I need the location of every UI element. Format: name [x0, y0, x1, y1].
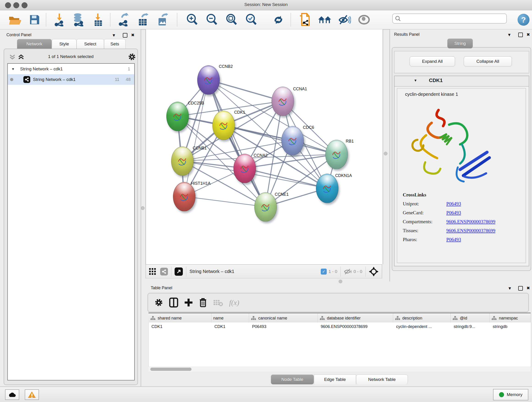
- network-node-cdk1[interactable]: [212, 111, 235, 140]
- cloud-button[interactable]: [5, 389, 19, 400]
- table-header-row[interactable]: shared namename canonical name database …: [148, 313, 531, 323]
- tab-edge-table[interactable]: Edge Table: [314, 375, 356, 384]
- network-node-hist1h1a[interactable]: [173, 182, 196, 211]
- network-node-rb1[interactable]: [325, 140, 348, 169]
- birdseye-crosshair-icon[interactable]: [369, 267, 379, 276]
- entry-header[interactable]: ▼ CDK1: [394, 76, 529, 87]
- selected-nodes-checkbox[interactable]: ✓: [321, 269, 327, 274]
- crosslink-link[interactable]: P06493: [446, 237, 461, 242]
- table-cell[interactable]: stringdb:9...: [451, 324, 490, 329]
- panel-maximize-icon[interactable]: [518, 286, 523, 291]
- panel-close-icon[interactable]: ✖: [526, 286, 530, 291]
- table-cell[interactable]: stringdb: [490, 324, 531, 329]
- delete-table-icon[interactable]: [213, 299, 223, 306]
- tab-string[interactable]: String: [447, 38, 473, 48]
- expand-all-button[interactable]: Expand All: [410, 56, 455, 66]
- network-node-cdc25b[interactable]: [166, 102, 189, 131]
- node-label-cdc25b: CDC25B: [188, 101, 204, 106]
- search-input[interactable]: [392, 13, 507, 24]
- home-pages-icon[interactable]: [317, 12, 332, 27]
- column-header[interactable]: namespac: [490, 313, 531, 323]
- zoom-out-icon[interactable]: [204, 12, 220, 27]
- vertical-splitter-handle[interactable]: [384, 152, 387, 155]
- panel-float-icon[interactable]: ▼: [112, 33, 116, 38]
- hidden-eye-slash-icon: [344, 268, 352, 275]
- import-network-icon[interactable]: [52, 12, 67, 27]
- network-view-type-icon[interactable]: [160, 268, 168, 275]
- column-header[interactable]: database identifier: [318, 313, 393, 323]
- memory-button[interactable]: Memory: [493, 389, 528, 400]
- tab-sets[interactable]: Sets: [104, 39, 126, 49]
- network-node-cdkn1a[interactable]: [316, 174, 338, 203]
- network-node-ccnb2[interactable]: [197, 65, 220, 95]
- network-canvas[interactable]: CCNB2 CCNA1 CDC25B CDK1: [146, 29, 383, 264]
- tab-network-table[interactable]: Network Table: [356, 375, 408, 384]
- zoom-in-icon[interactable]: [185, 12, 200, 27]
- table-body[interactable]: CDK1CDK1P064939606.ENSP00000378699cyclin…: [148, 322, 531, 367]
- network-tree: ▼ String Network – cdk1 1 String Network…: [7, 63, 135, 380]
- tab-node-table[interactable]: Node Table: [271, 375, 314, 384]
- column-header[interactable]: description: [393, 313, 451, 323]
- column-manage-icon[interactable]: [169, 298, 178, 307]
- network-tree-item-row[interactable]: String Network – cdk1 11 48: [8, 74, 134, 85]
- grid-view-icon[interactable]: [149, 268, 156, 275]
- table-cell[interactable]: P06493: [249, 324, 318, 329]
- table-cell[interactable]: cyclin-dependent ...: [393, 324, 451, 329]
- column-header[interactable]: canonical name: [249, 313, 317, 323]
- export-table-icon[interactable]: [136, 12, 151, 27]
- zoom-fit-icon[interactable]: [224, 12, 239, 27]
- show-panel-eye-icon[interactable]: [356, 12, 372, 27]
- horizontal-splitter-handle[interactable]: [339, 280, 342, 283]
- add-column-icon[interactable]: [184, 298, 193, 307]
- network-tree-root-row[interactable]: ▼ String Network – cdk1 1: [8, 64, 134, 74]
- gear-icon[interactable]: [128, 53, 136, 61]
- import-network-from-database-icon[interactable]: [71, 12, 86, 27]
- network-node-ccna2[interactable]: [234, 154, 256, 183]
- crosslink-link[interactable]: 9606.ENSP00000378699: [446, 228, 495, 234]
- table-cell[interactable]: CDK1: [212, 324, 249, 329]
- export-image-icon[interactable]: [155, 12, 171, 27]
- save-session-icon[interactable]: [27, 12, 42, 27]
- column-header[interactable]: shared name: [148, 313, 211, 323]
- entry-collapse-arrow-icon[interactable]: ▼: [414, 78, 417, 82]
- panel-close-icon[interactable]: ✖: [526, 32, 530, 37]
- zoom-selected-icon[interactable]: [244, 12, 259, 27]
- panel-float-icon[interactable]: ▼: [507, 32, 511, 37]
- tab-network[interactable]: Network: [17, 39, 52, 49]
- network-node-ccnb1[interactable]: [171, 147, 194, 176]
- panel-maximize-icon[interactable]: [518, 32, 523, 37]
- help-icon[interactable]: ?: [516, 12, 531, 27]
- crosslink-link[interactable]: 9606.ENSP00000378699: [446, 219, 495, 225]
- network-node-cdc6[interactable]: [281, 126, 304, 155]
- tree-collapse-arrow-icon[interactable]: ▼: [12, 67, 15, 71]
- function-builder-icon[interactable]: f(x): [229, 298, 239, 307]
- table-cell[interactable]: 9606.ENSP00000378699: [318, 324, 393, 329]
- column-header[interactable]: name: [211, 313, 249, 323]
- horizontal-scrollbar[interactable]: [148, 367, 531, 372]
- panel-close-icon[interactable]: ✖: [131, 32, 134, 38]
- crosslink-link[interactable]: P06493: [446, 201, 461, 207]
- collapse-all-button[interactable]: Collapse All: [464, 56, 512, 66]
- vertical-splitter-handle[interactable]: [141, 206, 145, 210]
- column-header[interactable]: @id: [451, 313, 490, 323]
- crosslink-link[interactable]: P06493: [446, 210, 461, 216]
- table-row[interactable]: CDK1CDK1P064939606.ENSP00000378699cyclin…: [149, 322, 531, 331]
- tab-style[interactable]: Style: [52, 39, 76, 49]
- detach-view-icon[interactable]: [175, 268, 183, 276]
- string-import-icon[interactable]: [297, 12, 312, 27]
- panel-maximize-icon[interactable]: [123, 33, 127, 38]
- export-network-icon[interactable]: [116, 12, 131, 27]
- table-settings-gear-icon[interactable]: [154, 298, 163, 307]
- table-cell[interactable]: CDK1: [149, 324, 212, 329]
- network-node-ccna1[interactable]: [272, 87, 294, 116]
- refresh-icon[interactable]: [271, 12, 286, 27]
- import-table-icon[interactable]: [91, 12, 106, 27]
- tab-select[interactable]: Select: [76, 39, 104, 49]
- warning-button[interactable]: [25, 389, 39, 400]
- scrollbar-thumb[interactable]: [150, 368, 191, 371]
- hide-panel-eye-icon[interactable]: [337, 12, 352, 27]
- open-folder-icon[interactable]: [7, 12, 22, 27]
- network-node-ccne1[interactable]: [254, 192, 277, 222]
- panel-float-icon[interactable]: ▼: [508, 286, 512, 291]
- delete-column-trash-icon[interactable]: [199, 298, 207, 307]
